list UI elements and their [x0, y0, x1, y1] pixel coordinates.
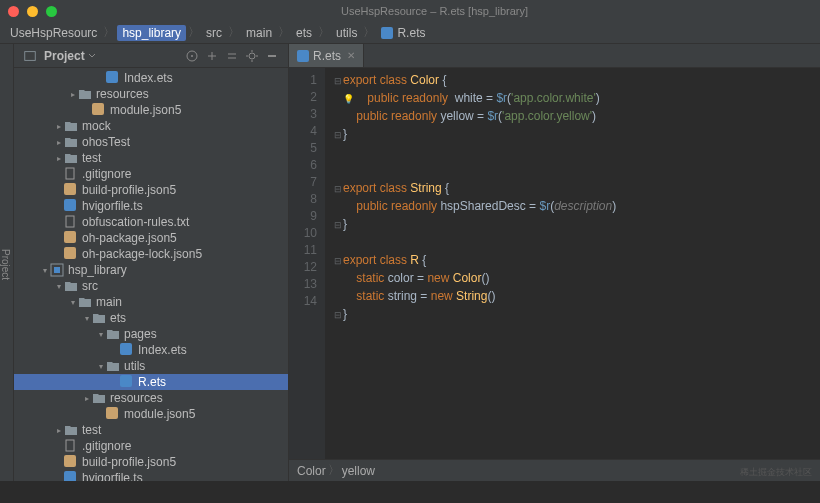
- fold-icon[interactable]: ⊟: [333, 127, 343, 144]
- tree-node[interactable]: oh-package.json5: [14, 230, 288, 246]
- code-area[interactable]: 1234567891011121314 ⊟export class Color …: [289, 68, 820, 459]
- tree-arrow-icon[interactable]: ▸: [54, 154, 64, 163]
- tree-label: build-profile.json5: [82, 183, 176, 197]
- settings-icon[interactable]: [245, 49, 259, 63]
- dropdown-icon[interactable]: [88, 52, 96, 60]
- tree-node[interactable]: hvigorfile.ts: [14, 198, 288, 214]
- expand-icon[interactable]: [205, 49, 219, 63]
- tree-node[interactable]: ▾pages: [14, 326, 288, 342]
- minimize-window-button[interactable]: [27, 6, 38, 17]
- ets-file-icon: [297, 50, 309, 62]
- tree-arrow-icon[interactable]: ▾: [54, 282, 64, 291]
- tool-window-bar[interactable]: Project: [0, 44, 14, 481]
- tree-node[interactable]: ▸resources: [14, 390, 288, 406]
- breadcrumb-item[interactable]: main: [242, 26, 276, 40]
- maximize-window-button[interactable]: [46, 6, 57, 17]
- tree-label: hsp_library: [68, 263, 127, 277]
- breadcrumb-item[interactable]: hsp_library: [117, 25, 186, 41]
- breadcrumb-item[interactable]: utils: [332, 26, 361, 40]
- tree-node[interactable]: ▾main: [14, 294, 288, 310]
- tree-node[interactable]: ▸test: [14, 422, 288, 438]
- fold-icon[interactable]: ⊟: [333, 307, 343, 324]
- tree-arrow-icon[interactable]: ▸: [54, 426, 64, 435]
- tree-arrow-icon[interactable]: ▾: [40, 266, 50, 275]
- svg-rect-10: [66, 216, 74, 227]
- tree-label: resources: [96, 87, 149, 101]
- breadcrumb-item[interactable]: src: [202, 26, 226, 40]
- tab-r-ets[interactable]: R.ets ✕: [289, 44, 364, 67]
- titlebar: UseHspResource – R.ets [hsp_library]: [0, 0, 820, 22]
- tree-node[interactable]: hvigorfile.ts: [14, 470, 288, 481]
- intention-bulb-icon[interactable]: 💡: [343, 94, 354, 104]
- tree-node[interactable]: Index.ets: [14, 70, 288, 86]
- status-crumb[interactable]: yellow: [342, 464, 375, 478]
- status-crumb[interactable]: Color: [297, 464, 326, 478]
- close-tab-icon[interactable]: ✕: [347, 50, 355, 61]
- svg-rect-0: [381, 27, 393, 39]
- tree-node[interactable]: ▾ets: [14, 310, 288, 326]
- tree-node[interactable]: ▾utils: [14, 358, 288, 374]
- tree-arrow-icon[interactable]: ▸: [54, 138, 64, 147]
- close-window-button[interactable]: [8, 6, 19, 17]
- tree-node[interactable]: ▾src: [14, 278, 288, 294]
- tree-label: resources: [110, 391, 163, 405]
- tree-label: build-profile.json5: [82, 455, 176, 469]
- ets-icon: [120, 375, 134, 389]
- tree-node[interactable]: module.json5: [14, 102, 288, 118]
- code-lines[interactable]: ⊟export class Color { 💡 public readonly …: [325, 68, 616, 459]
- fold-icon[interactable]: ⊟: [333, 253, 343, 270]
- breadcrumb-item[interactable]: R.ets: [377, 26, 429, 40]
- project-tree[interactable]: Index.ets▸resourcesmodule.json5▸mock▸oho…: [14, 68, 288, 481]
- tree-node[interactable]: obfuscation-rules.txt: [14, 214, 288, 230]
- tree-node[interactable]: ▸test: [14, 150, 288, 166]
- tree-arrow-icon[interactable]: ▸: [82, 394, 92, 403]
- tree-label: ets: [110, 311, 126, 325]
- folder-icon: [64, 279, 78, 293]
- svg-rect-8: [64, 183, 76, 195]
- folder-icon: [92, 311, 106, 325]
- tree-node[interactable]: ▾hsp_library: [14, 262, 288, 278]
- tree-node[interactable]: oh-package-lock.json5: [14, 246, 288, 262]
- tree-arrow-icon[interactable]: ▾: [96, 330, 106, 339]
- locate-icon[interactable]: [185, 49, 199, 63]
- tree-label: src: [82, 279, 98, 293]
- tree-node[interactable]: ▸mock: [14, 118, 288, 134]
- hide-icon[interactable]: [265, 49, 279, 63]
- project-panel: Project Index.ets▸resourcesmodule.json5▸…: [14, 44, 289, 481]
- fold-icon[interactable]: ⊟: [333, 217, 343, 234]
- tree-arrow-icon[interactable]: ▾: [82, 314, 92, 323]
- breadcrumb-item[interactable]: UseHspResourc: [6, 26, 101, 40]
- tree-arrow-icon[interactable]: ▸: [68, 90, 78, 99]
- breadcrumb-item[interactable]: ets: [292, 26, 316, 40]
- tree-arrow-icon[interactable]: ▸: [54, 122, 64, 131]
- watermark: 稀土掘金技术社区: [740, 466, 812, 479]
- tree-node[interactable]: ▸resources: [14, 86, 288, 102]
- collapse-icon[interactable]: [225, 49, 239, 63]
- tree-node[interactable]: R.ets: [14, 374, 288, 390]
- tree-label: hvigorfile.ts: [82, 199, 143, 213]
- tree-label: oh-package-lock.json5: [82, 247, 202, 261]
- project-label: Project: [44, 49, 85, 63]
- tree-node[interactable]: build-profile.json5: [14, 182, 288, 198]
- tree-node[interactable]: module.json5: [14, 406, 288, 422]
- ets-icon: [120, 343, 134, 357]
- fold-icon[interactable]: ⊟: [333, 73, 343, 90]
- json-icon: [64, 247, 78, 261]
- svg-rect-18: [66, 440, 74, 451]
- breadcrumb-separator: 〉: [226, 24, 242, 41]
- tree-label: test: [82, 423, 101, 437]
- tree-node[interactable]: ▸ohosTest: [14, 134, 288, 150]
- fold-icon: [333, 199, 343, 216]
- tree-arrow-icon[interactable]: ▾: [96, 362, 106, 371]
- tree-node[interactable]: Index.ets: [14, 342, 288, 358]
- tree-label: ohosTest: [82, 135, 130, 149]
- ets-icon: [64, 199, 78, 213]
- fold-icon[interactable]: ⊟: [333, 181, 343, 198]
- tree-label: pages: [124, 327, 157, 341]
- breadcrumb: UseHspResourc〉hsp_library〉src〉main〉ets〉u…: [0, 22, 820, 44]
- tree-node[interactable]: build-profile.json5: [14, 454, 288, 470]
- tree-node[interactable]: .gitignore: [14, 438, 288, 454]
- svg-rect-7: [66, 168, 74, 179]
- tree-node[interactable]: .gitignore: [14, 166, 288, 182]
- tree-arrow-icon[interactable]: ▾: [68, 298, 78, 307]
